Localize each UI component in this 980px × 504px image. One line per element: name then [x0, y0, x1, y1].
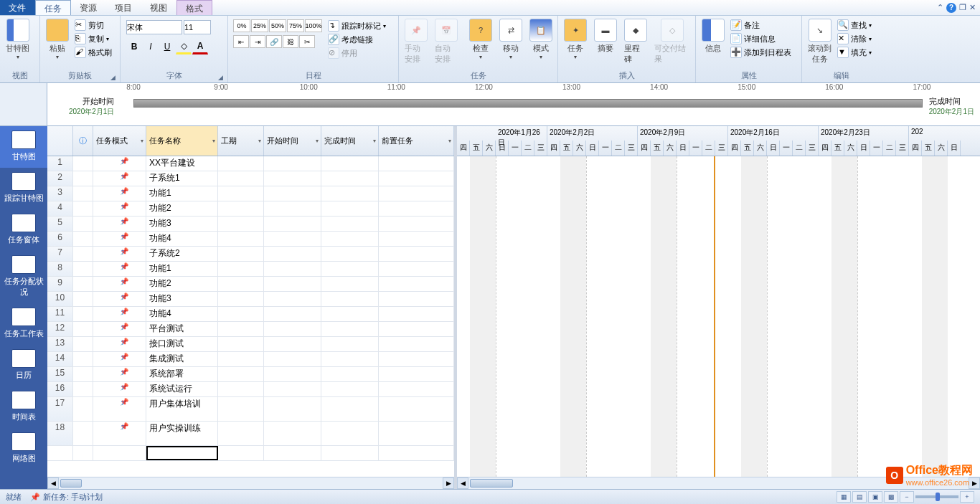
consider-links-button[interactable]: 🔗考虑链接: [326, 33, 387, 46]
font-size-select[interactable]: [184, 20, 211, 34]
chevron-down-icon[interactable]: ▾: [448, 138, 451, 144]
close-icon[interactable]: ✕: [969, 3, 976, 12]
notes-button[interactable]: 📝备注: [729, 19, 793, 32]
table-row[interactable]: 17用户集体培训: [47, 397, 454, 422]
table-row[interactable]: 4功能2: [47, 201, 454, 217]
tab-project[interactable]: 项目: [106, 0, 141, 15]
table-row-empty[interactable]: [47, 446, 454, 461]
viewbar-item[interactable]: 任务工作表: [0, 303, 47, 345]
chevron-down-icon[interactable]: ▾: [316, 138, 319, 144]
tab-task[interactable]: 任务: [35, 0, 71, 15]
status-newtask[interactable]: 新任务: 手动计划: [43, 492, 103, 503]
zoom-in-icon[interactable]: +: [960, 491, 974, 503]
move-button[interactable]: ⇄移动▾: [496, 17, 525, 62]
table-row[interactable]: 8功能1: [47, 262, 454, 277]
scroll-thumb[interactable]: [470, 479, 513, 488]
font-name-select[interactable]: [126, 20, 182, 34]
info-button[interactable]: 信息: [699, 17, 727, 55]
cut-button[interactable]: ✂剪切: [73, 19, 113, 32]
table-row[interactable]: 18用户实操训练: [47, 422, 454, 446]
chevron-down-icon[interactable]: ▾: [141, 138, 143, 144]
table-row[interactable]: 1XX平台建设: [47, 156, 454, 171]
view-normal-icon[interactable]: ▦: [837, 491, 851, 503]
format-painter-button[interactable]: 🖌格式刷: [73, 46, 113, 59]
insert-task-button[interactable]: ✦任务▾: [561, 17, 590, 62]
table-row[interactable]: 10功能3: [47, 292, 454, 307]
tab-view[interactable]: 视图: [141, 0, 176, 15]
col-duration[interactable]: 工期▾: [218, 126, 264, 156]
scroll-right-icon[interactable]: ▶: [443, 477, 454, 489]
details-button[interactable]: 📄详细信息: [729, 32, 793, 45]
table-row[interactable]: 9功能2: [47, 277, 454, 292]
chevron-down-icon[interactable]: ▾: [258, 138, 261, 144]
tab-file[interactable]: 文件: [0, 0, 35, 15]
add-timeline-button[interactable]: ➕添加到日程表: [729, 46, 793, 59]
scroll-left-icon[interactable]: ◀: [47, 477, 59, 489]
fill-button[interactable]: ▼填充▾: [836, 46, 873, 59]
table-row[interactable]: 12平台测试: [47, 322, 454, 337]
pct-75-button[interactable]: 75%: [287, 19, 304, 32]
italic-button[interactable]: I: [143, 39, 159, 54]
clear-button[interactable]: ✕清除▾: [836, 32, 873, 45]
col-start[interactable]: 开始时间▾: [264, 126, 321, 156]
scroll-thumb[interactable]: [60, 479, 82, 488]
viewbar-item[interactable]: 跟踪甘特图: [0, 168, 47, 209]
mode-button[interactable]: 📋模式▾: [527, 17, 555, 62]
zoom-slider[interactable]: [915, 495, 958, 498]
col-finish[interactable]: 完成时间▾: [321, 126, 379, 156]
timeline-bar[interactable]: [133, 99, 923, 108]
pct-50-button[interactable]: 50%: [269, 19, 286, 32]
scroll-to-task-button[interactable]: ↘滚动到任务: [805, 17, 834, 66]
fontcolor-button[interactable]: A: [192, 39, 208, 54]
insert-milestone-button[interactable]: ◆里程碑: [621, 17, 650, 66]
help-icon[interactable]: ?: [946, 3, 956, 13]
tab-resource[interactable]: 资源: [71, 0, 106, 15]
table-row[interactable]: 6功能4: [47, 232, 454, 247]
viewbar-item[interactable]: 日历: [0, 345, 47, 386]
pct-0-button[interactable]: 0%: [233, 19, 250, 32]
col-name[interactable]: 任务名称▾: [146, 126, 218, 156]
col-pred[interactable]: 前置任务▾: [379, 126, 454, 156]
respect-links-button[interactable]: ↴跟踪时标记▾: [326, 19, 387, 32]
inspect-button[interactable]: ?检查▾: [466, 17, 495, 62]
minimize-ribbon-icon[interactable]: ⌃: [937, 3, 943, 12]
table-row[interactable]: 2子系统1: [47, 171, 454, 186]
bgcolor-button[interactable]: ◇: [176, 39, 192, 54]
find-button[interactable]: 🔍查找▾: [836, 19, 873, 32]
col-mode[interactable]: 任务模式▾: [93, 126, 146, 156]
indent-button[interactable]: ⇥: [250, 35, 265, 48]
bold-button[interactable]: B: [126, 39, 142, 54]
font-launcher-icon[interactable]: ◢: [218, 74, 223, 81]
viewbar-item[interactable]: 任务分配状况: [0, 251, 47, 303]
viewbar-item[interactable]: 时间表: [0, 386, 47, 428]
restore-icon[interactable]: ❐: [959, 3, 966, 12]
unlink-button[interactable]: ⛓: [283, 35, 298, 48]
view-net-icon[interactable]: ▩: [884, 491, 898, 503]
viewbar-item[interactable]: 任务窗体: [0, 209, 47, 251]
table-row[interactable]: 14集成测试: [47, 352, 454, 367]
viewbar-item[interactable]: 甘特图: [0, 126, 47, 168]
split-button[interactable]: ✂: [299, 35, 315, 48]
grid-hscroll[interactable]: ◀ ▶: [47, 477, 454, 489]
underline-button[interactable]: U: [159, 39, 175, 54]
table-row[interactable]: 13接口测试: [47, 337, 454, 352]
clipboard-launcher-icon[interactable]: ◢: [110, 74, 116, 81]
tab-format[interactable]: 格式: [176, 0, 212, 15]
view-gantt-icon[interactable]: ▤: [852, 491, 867, 503]
table-row[interactable]: 7子系统2: [47, 247, 454, 262]
zoom-out-icon[interactable]: −: [900, 491, 914, 503]
insert-summary-button[interactable]: ▬摘要: [591, 17, 620, 55]
table-row[interactable]: 16系统试运行: [47, 382, 454, 397]
copy-button[interactable]: ⎘复制▾: [73, 32, 113, 45]
pct-25-button[interactable]: 25%: [251, 19, 268, 32]
paste-button[interactable]: 粘贴▾: [43, 17, 72, 62]
view-cal-icon[interactable]: ▣: [868, 491, 882, 503]
pct-100-button[interactable]: 100%: [305, 19, 322, 32]
link-button[interactable]: 🔗: [266, 35, 282, 48]
viewbar-item[interactable]: 网络图: [0, 428, 47, 470]
chevron-down-icon[interactable]: ▾: [373, 138, 376, 144]
table-row[interactable]: 15系统部署: [47, 367, 454, 382]
chevron-down-icon[interactable]: ▾: [212, 138, 215, 144]
scroll-left-icon[interactable]: ◀: [457, 477, 468, 489]
table-row[interactable]: 11功能4: [47, 307, 454, 322]
